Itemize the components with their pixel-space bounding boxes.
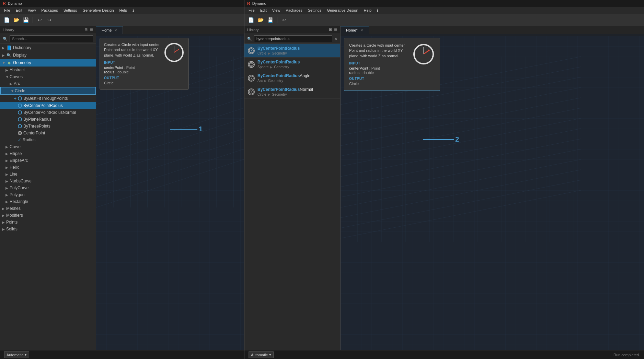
tree-item-dictionary[interactable]: ▶ 📘 Dictionary (0, 44, 96, 51)
tree-item-bythreepoints[interactable]: ByThreePoints (0, 123, 96, 130)
tree-item-curve[interactable]: ▶ Curve (0, 143, 96, 150)
right-toolbar-new[interactable]: 📄 (247, 16, 255, 24)
left-lib-filter[interactable]: ⊞ (84, 27, 88, 32)
right-toolbar-save[interactable]: 💾 (266, 16, 274, 24)
tree-item-polycurve[interactable]: ▶ PolyCurve (0, 184, 96, 191)
svg-point-27 (249, 63, 253, 65)
tree-item-abstract[interactable]: ▶ Abstract (0, 67, 96, 73)
tree-item-rectangle[interactable]: ▶ Rectangle (0, 198, 96, 205)
tree-item-ellipse[interactable]: ▶ Ellipse (0, 150, 96, 157)
tree-item-bybestfit[interactable]: + ByBestFitThroughPoints (0, 95, 96, 102)
result-3-cat2: Geometry (268, 79, 283, 83)
left-tab-home[interactable]: Home ✕ (96, 26, 123, 34)
left-run-dropdown-icon: ▾ (25, 352, 27, 357)
result-3-plain: Angle (300, 73, 310, 78)
menu-file[interactable]: File (1, 8, 13, 13)
left-lib-list[interactable]: ☰ (90, 27, 93, 32)
right-menu-help[interactable]: Help (361, 8, 375, 13)
tree-item-bycenterpointradius[interactable]: ByCenterPointRadius (0, 102, 96, 109)
right-lib-list[interactable]: ☰ (334, 27, 337, 32)
result-4-circle-icon (249, 89, 254, 95)
result-2-name: ByCenterPointRadius (257, 60, 300, 64)
toolbar-save[interactable]: 💾 (22, 16, 30, 24)
right-library-actions: ⊞ ☰ (329, 27, 337, 32)
menu-info[interactable]: ℹ (130, 8, 137, 13)
right-lib-filter[interactable]: ⊞ (329, 27, 332, 32)
tree-item-circle[interactable]: ▼ Circle (0, 87, 96, 95)
param-type-center: : Point (123, 65, 135, 70)
tree-label-arc: Arc (14, 81, 20, 86)
menu-help[interactable]: Help (117, 8, 130, 13)
tree-item-geometry[interactable]: ▼ ◆ Geometry (0, 59, 96, 67)
menu-generative[interactable]: Generative Design (80, 8, 116, 13)
right-tab-home[interactable]: Home* ✕ (341, 26, 369, 34)
tree-item-polygon[interactable]: ▶ Polygon (0, 191, 96, 198)
tree-item-meshes[interactable]: ▶ Meshes (0, 205, 96, 212)
search-result-4[interactable]: ByCenterPointRadiusNormal Circle ▶ Geome… (244, 85, 340, 99)
tree-label-helix: Helix (10, 165, 19, 170)
tree-item-helix[interactable]: ▶ Helix (0, 164, 96, 171)
tree-item-display[interactable]: ▶ 🔍 Display (0, 51, 96, 59)
right-tab-close[interactable]: ✕ (360, 28, 363, 32)
right-search-clear[interactable]: ✕ (334, 37, 337, 41)
tree-item-modifiers[interactable]: ▶ Modifiers (0, 212, 96, 219)
left-search-input[interactable] (10, 35, 93, 42)
right-menu-packages[interactable]: Packages (283, 8, 305, 13)
right-run-selector[interactable]: Automatic ▾ (249, 351, 274, 358)
tree-label-meshes: Meshes (6, 206, 21, 211)
result-1-icon (248, 47, 255, 54)
tree-label-geometry: Geometry (13, 60, 31, 65)
tooltip-output-label: OUTPUT (104, 76, 160, 80)
menu-view[interactable]: View (25, 8, 39, 13)
search-result-1[interactable]: ByCenterPointRadius Circle ▶ Geometry (244, 44, 340, 58)
result-2-cat1: Sphere (257, 65, 268, 69)
right-toolbar-undo[interactable]: ↩ (280, 16, 288, 24)
right-menu-info[interactable]: ℹ (374, 8, 381, 13)
expand-ellipsearc: ▶ (5, 159, 10, 163)
result-3-name: ByCenterPointRadiusAngle (257, 73, 310, 78)
toolbar-new[interactable]: 📄 (3, 16, 10, 24)
right-menu-edit[interactable]: Edit (257, 8, 269, 13)
menu-edit[interactable]: Edit (13, 8, 25, 13)
tree-item-curves[interactable]: ▼ Curves (0, 73, 96, 80)
result-1-text: ByCenterPointRadius Circle ▶ Geometry (257, 46, 300, 55)
search-result-3[interactable]: ByCenterPointRadiusAngle Arc ▶ Geometry (244, 71, 340, 85)
tree-item-arc[interactable]: ▶ Arc (0, 80, 96, 87)
expand-curve: ▶ (5, 145, 10, 149)
tree-item-solids[interactable]: ▶ Solids (0, 226, 96, 232)
menu-packages[interactable]: Packages (38, 8, 60, 13)
result-4-bold: ByCenterPointRadius (257, 87, 300, 92)
right-menu-file[interactable]: File (246, 8, 257, 13)
right-workspace: Home* ✕ (341, 26, 644, 350)
right-menu-generative[interactable]: Generative Design (324, 8, 361, 13)
search-result-2[interactable]: ByCenterPointRadius Sphere ▶ Geometry (244, 58, 340, 71)
toolbar-undo[interactable]: ↩ (36, 16, 44, 24)
right-toolbar-sep1 (277, 17, 277, 23)
right-menu-settings[interactable]: Settings (305, 8, 324, 13)
left-library-header: Library ⊞ ☰ (0, 26, 96, 34)
tree-item-byplaneradius[interactable]: ByPlaneRadius (0, 116, 96, 123)
right-library-title: Library (247, 28, 259, 32)
right-run-mode: Automatic (251, 353, 268, 357)
tooltip-clock (164, 42, 184, 63)
left-run-selector[interactable]: Automatic ▾ (4, 351, 29, 358)
result-3-icon (248, 75, 255, 82)
tree-item-line[interactable]: ▶ Line (0, 171, 96, 178)
right-menu-view[interactable]: View (269, 8, 283, 13)
toolbar-open[interactable]: 📂 (12, 16, 20, 24)
add-icon-bybestfit: + (14, 96, 16, 101)
result-1-cat2: Geometry (272, 51, 287, 55)
toolbar-redo[interactable]: ↪ (46, 16, 53, 24)
left-tab-close[interactable]: ✕ (114, 28, 117, 32)
tree-item-bycenterpointradiusnormal[interactable]: ByCenterPointRadiusNormal (0, 109, 96, 116)
tree-item-nurbscurve[interactable]: ▶ NurbsCurve (0, 178, 96, 184)
tree-item-radius[interactable]: ✓ Radius (0, 136, 96, 143)
right-search-icon: 🔍 (247, 37, 252, 41)
expand-arc: ▶ (10, 82, 14, 86)
right-search-input[interactable] (254, 35, 332, 42)
tree-item-points[interactable]: ▶ Points (0, 219, 96, 226)
tree-item-ellipsearc[interactable]: ▶ EllipseArc (0, 157, 96, 164)
menu-settings[interactable]: Settings (61, 8, 80, 13)
right-toolbar-open[interactable]: 📂 (257, 16, 264, 24)
tree-item-centerpoint[interactable]: CenterPoint (0, 130, 96, 136)
